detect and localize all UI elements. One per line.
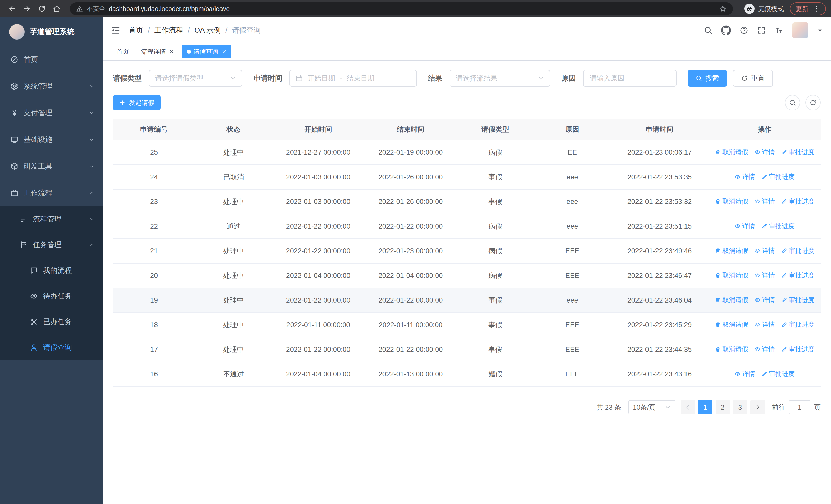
result-select[interactable]: 请选择流结果 [450,70,550,87]
row-action-detail[interactable]: 详情 [754,345,775,353]
goto-page-input[interactable] [789,400,810,414]
user-icon [30,343,38,352]
cell-end: 2022-01-04 00:00:00 [365,263,457,288]
pagination-page-1[interactable]: 1 [698,400,712,414]
security-warning-icon [76,5,83,12]
cell-type: 事假 [457,288,534,313]
row-action-progress[interactable]: 审批进度 [781,271,814,279]
row-action-cancel[interactable]: 取消请假 [715,271,748,279]
row-action-progress[interactable]: 审批进度 [781,296,814,304]
row-action-progress[interactable]: 审批进度 [781,197,814,206]
breadcrumb-item[interactable]: 首页 [129,25,143,35]
apply-time-range-picker[interactable]: 开始日期 - 结束日期 [289,70,417,87]
close-icon[interactable] [169,49,174,54]
refresh-icon [809,99,816,106]
browser-menu-icon[interactable] [812,5,820,12]
fullscreen-icon[interactable] [757,26,766,35]
table-header-cell: 申请编号 [113,119,195,140]
briefcase-icon [10,189,19,197]
browser-reload-button[interactable] [35,2,49,16]
cell-start: 2022-01-03 00:00:00 [272,165,365,189]
row-action-detail[interactable]: 详情 [735,173,755,181]
sidebar-item-workflow[interactable]: 工作流程 [0,180,103,206]
reason-input[interactable] [584,70,676,86]
row-action-cancel[interactable]: 取消请假 [715,197,748,206]
row-action-progress[interactable]: 审批进度 [761,173,795,181]
leave-type-select[interactable]: 请选择请假类型 [149,70,242,87]
row-action-detail[interactable]: 详情 [735,222,755,230]
bookmark-star-icon[interactable] [719,5,727,12]
help-icon[interactable] [740,26,748,35]
sidebar-collapse-button[interactable] [111,25,121,35]
refresh-table-button[interactable] [805,95,821,110]
row-action-cancel[interactable]: 取消请假 [715,345,748,353]
action-label: 详情 [762,197,775,206]
create-leave-button[interactable]: 发起请假 [113,95,161,110]
action-label: 审批进度 [789,296,814,304]
sidebar-item-label: 系统管理 [24,81,89,91]
breadcrumb-item[interactable]: OA 示例 [195,25,221,35]
chevron-down-icon [230,75,236,81]
row-action-detail[interactable]: 详情 [754,148,775,156]
row-action-detail[interactable]: 详情 [754,271,775,279]
tab-home[interactable]: 首页 [112,45,134,58]
search-button[interactable]: 搜索 [688,70,727,87]
row-action-detail[interactable]: 详情 [754,296,775,304]
tab-process-detail[interactable]: 流程详情 [137,45,179,58]
cell-reason: eee [534,214,611,239]
dashboard-icon [10,55,19,64]
sidebar-item-dev-tools[interactable]: 研发工具 [0,153,103,180]
toggle-search-button[interactable] [785,95,800,110]
cell-actions: 取消请假详情审批进度 [708,189,821,214]
row-action-progress[interactable]: 审批进度 [761,222,795,230]
page-size-select[interactable]: 10条/页 [628,400,676,414]
row-action-cancel[interactable]: 取消请假 [715,320,748,329]
browser-home-button[interactable] [50,2,64,16]
reload-icon [38,5,46,12]
user-avatar[interactable] [792,22,808,38]
breadcrumb-item[interactable]: 工作流程 [154,25,183,35]
browser-forward-button[interactable] [20,2,34,16]
row-action-cancel[interactable]: 取消请假 [715,296,748,304]
row-action-progress[interactable]: 审批进度 [781,148,814,156]
row-action-progress[interactable]: 审批进度 [761,369,795,378]
address-bar[interactable]: 不安全 dashboard.yudao.iocoder.cn/bpm/oa/le… [70,2,733,15]
row-action-progress[interactable]: 审批进度 [781,246,814,255]
row-action-cancel[interactable]: 取消请假 [715,148,748,156]
sidebar-item-infrastructure[interactable]: 基础设施 [0,126,103,153]
cell-id: 23 [113,189,195,214]
app-logo: 芋道管理系统 [0,18,103,46]
browser-back-button[interactable] [5,2,19,16]
pagination-page-2[interactable]: 2 [716,400,730,414]
close-icon[interactable] [221,49,227,54]
pagination-prev-button[interactable] [681,400,695,414]
pagination-page-3[interactable]: 3 [733,400,747,414]
action-label: 审批进度 [789,320,814,329]
reset-button[interactable]: 重置 [733,70,773,87]
row-action-detail[interactable]: 详情 [735,369,755,378]
sidebar-item-payment-mgmt[interactable]: 支付管理 [0,99,103,126]
table-row: 19处理中2022-01-22 00:00:002022-01-22 00:00… [113,288,821,313]
sidebar-item-home[interactable]: 首页 [0,46,103,73]
sidebar-item-system-mgmt[interactable]: 系统管理 [0,73,103,99]
row-action-progress[interactable]: 审批进度 [781,345,814,353]
browser-update-button[interactable]: 更新 [790,2,826,15]
sidebar-item-done-tasks[interactable]: 已办任务 [0,309,103,335]
sidebar-item-my-process[interactable]: 我的流程 [0,258,103,283]
header-search-icon[interactable] [704,26,712,35]
sidebar-item-todo-tasks[interactable]: 待办任务 [0,283,103,309]
github-icon[interactable] [721,25,731,35]
row-action-cancel[interactable]: 取消请假 [715,246,748,255]
sidebar-item-leave-query[interactable]: 请假查询 [0,335,103,360]
row-action-detail[interactable]: 详情 [754,320,775,329]
row-action-detail[interactable]: 详情 [754,197,775,206]
row-action-progress[interactable]: 审批进度 [781,320,814,329]
user-menu-caret-icon[interactable] [817,27,823,33]
pagination-next-button[interactable] [750,400,765,414]
sidebar-item-process-mgmt[interactable]: 流程管理 [0,206,103,232]
row-action-detail[interactable]: 详情 [754,246,775,255]
edit-icon [761,174,767,180]
font-size-icon[interactable] [775,26,783,35]
tab-leave-query[interactable]: 请假查询 [182,45,231,58]
sidebar-item-task-mgmt[interactable]: 任务管理 [0,232,103,258]
